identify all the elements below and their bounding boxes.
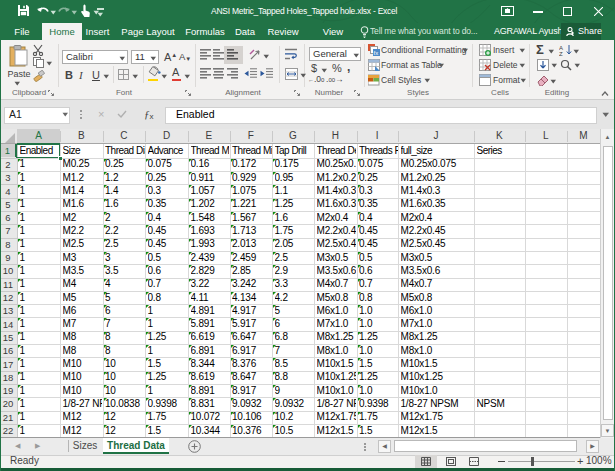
svg-text:A: A bbox=[559, 45, 563, 51]
svg-text:fx: fx bbox=[374, 50, 379, 56]
svg-text:Z: Z bbox=[559, 51, 563, 56]
